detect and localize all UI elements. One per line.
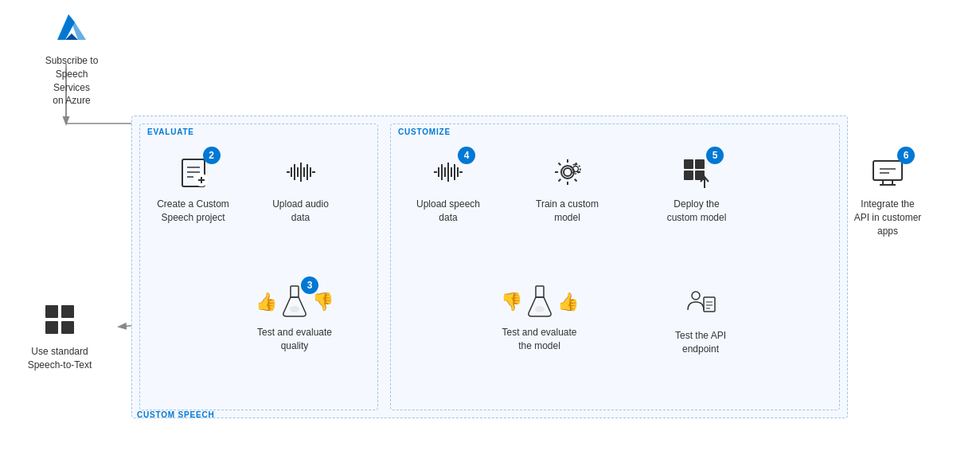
svg-point-31 — [290, 306, 299, 312]
step-upload-audio: Upload audiodata — [267, 151, 334, 225]
svg-rect-46 — [695, 159, 705, 169]
thumb-up-green-1: 👍 — [256, 292, 277, 312]
svg-rect-63 — [45, 305, 58, 318]
diagram-container: CUSTOM SPEECH EVALUATE CUSTOMIZE Subscri… — [0, 0, 980, 451]
azure-label: Subscribe toSpeech Serviceson Azure — [36, 54, 107, 108]
upload-audio-label: Upload audiodata — [272, 198, 329, 225]
svg-point-51 — [535, 306, 545, 312]
create-project-label: Create a CustomSpeech project — [157, 198, 229, 225]
svg-rect-57 — [873, 161, 902, 180]
step-deploy-model: 5 Deploy thecustom model — [661, 151, 732, 225]
svg-rect-66 — [61, 321, 74, 334]
step-train-model: Train a custommodel — [533, 151, 601, 225]
deploy-model-label: Deploy thecustom model — [667, 198, 727, 225]
azure-icon — [51, 8, 92, 49]
step-standard-speech: Use standardSpeech-to-Text — [16, 299, 103, 372]
svg-point-52 — [692, 292, 700, 300]
step-integrate-api: 6 Integrate theAPI in customerapps — [844, 151, 931, 237]
svg-rect-30 — [291, 286, 299, 297]
step-create-project: 2 Create a CustomSpeech project — [151, 151, 235, 225]
train-model-label: Train a custommodel — [536, 198, 599, 225]
step-test-endpoint: Test the APIendpoint — [661, 283, 740, 356]
test-quality-label: Test and evaluatequality — [257, 326, 332, 353]
badge-5: 5 — [706, 147, 724, 164]
deploy-icon: 5 — [676, 151, 717, 193]
step-azure: Subscribe toSpeech Serviceson Azure — [36, 8, 107, 108]
custom-speech-label: CUSTOM SPEECH — [137, 410, 214, 419]
step-upload-speech: 4 Upload speechdata — [412, 151, 484, 225]
badge-3: 3 — [301, 276, 318, 294]
test-model-label: Test and evaluatethe model — [502, 326, 576, 353]
upload-speech-label: Upload speechdata — [416, 198, 480, 225]
svg-rect-53 — [704, 297, 715, 312]
step-test-model: 👎 👍 Test and evaluatethe model — [490, 283, 589, 353]
badge-4: 4 — [458, 147, 475, 164]
evaluate-label: EVALUATE — [147, 127, 194, 136]
svg-rect-45 — [684, 159, 693, 169]
thumb-down-red-1: 👎 — [312, 292, 334, 312]
customize-label: CUSTOMIZE — [398, 127, 451, 136]
audio-icon — [280, 151, 322, 193]
step-test-quality: 👍 3 👎 Test and evaluatequality — [247, 283, 342, 353]
thumb-down-red-2: 👎 — [501, 292, 522, 312]
project-icon: 2 — [173, 151, 214, 193]
svg-rect-47 — [684, 171, 693, 180]
endpoint-icon — [680, 283, 721, 324]
svg-rect-50 — [536, 286, 544, 297]
thumb-up-green-2: 👍 — [557, 292, 579, 312]
flask-icon-2 — [525, 283, 554, 321]
train-icon — [547, 151, 588, 193]
integrate-api-label: Integrate theAPI in customerapps — [854, 198, 922, 237]
badge-2: 2 — [203, 147, 221, 164]
standard-speech-label: Use standardSpeech-to-Text — [28, 345, 92, 372]
svg-rect-64 — [61, 305, 74, 318]
speech-audio-icon: 4 — [428, 151, 469, 193]
flask-icon-1: 3 — [280, 283, 309, 321]
standard-speech-icon — [39, 299, 80, 340]
svg-rect-65 — [45, 321, 58, 334]
integrate-icon: 6 — [867, 151, 908, 193]
badge-6: 6 — [897, 147, 915, 164]
test-endpoint-label: Test the APIendpoint — [675, 329, 726, 356]
